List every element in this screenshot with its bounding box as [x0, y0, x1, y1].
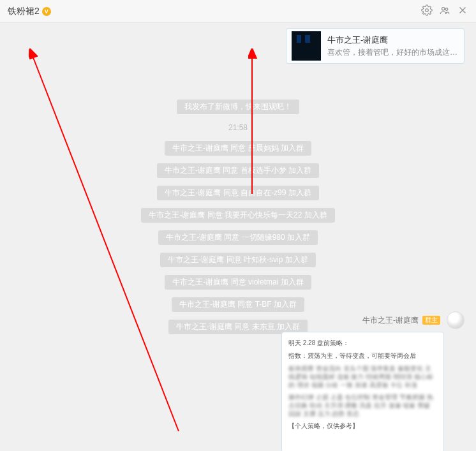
system-msg: 牛市之王-谢庭鹰 同意 violetmai 加入群 — [165, 275, 311, 290]
system-msg: 牛市之王-谢庭鹰 同意 首板选手小梦 加入群 — [157, 163, 319, 178]
card-text: 牛市之王-谢庭鹰 喜欢管，接着管吧，好好的市场成这样... — [327, 34, 459, 58]
chat-title-row: 铁粉裙2 V — [8, 6, 51, 17]
chat-title: 铁粉裙2 — [8, 6, 40, 17]
timestamp: 21:58 — [228, 123, 248, 132]
avatar[interactable] — [447, 311, 465, 329]
image-message-bubble[interactable]: 明天 2.28 盘前策略： 指数：震荡为主，等待变盘，可能要等两会后 板块观察 … — [281, 332, 444, 451]
chat-header: 铁粉裙2 V — [0, 0, 476, 23]
svg-point-2 — [445, 8, 448, 11]
system-msg: 牛市之王-谢庭鹰 同意 喆晨妈妈 加入群 — [165, 141, 311, 156]
doc-footer: 【个人策略，仅供参考】 — [288, 422, 437, 431]
card-thumbnail — [292, 31, 321, 61]
message-sender-row: 牛市之王-谢庭鹰 群主 — [362, 311, 465, 329]
doc-blurred-content: 操作纪律 止损 止盈 仓位控制 资金管理 节奏把握 热点切换 轮动 主升浪 调整… — [288, 393, 437, 418]
sender-name[interactable]: 牛市之王-谢庭鹰 — [362, 315, 419, 326]
verified-badge-icon: V — [42, 7, 51, 16]
svg-point-0 — [426, 9, 429, 12]
system-msg: 牛市之王-谢庭鹰 同意 一切随缘980 加入群 — [158, 230, 318, 245]
system-messages: 我发布了新微博，快来围观吧！ 21:58 牛市之王-谢庭鹰 同意 喆晨妈妈 加入… — [0, 100, 476, 334]
svg-point-1 — [442, 8, 445, 11]
shared-link-card[interactable]: 牛市之王-谢庭鹰 喜欢管，接着管吧，好好的市场成这样... — [286, 28, 465, 64]
close-icon[interactable] — [457, 4, 468, 18]
card-subtitle: 喜欢管，接着管吧，好好的市场成这样... — [327, 47, 459, 58]
owner-badge: 群主 — [422, 316, 440, 325]
gear-icon[interactable] — [421, 4, 433, 18]
banner-pill[interactable]: 我发布了新微博，快来围观吧！ — [177, 100, 299, 114]
system-msg: 牛市之王-谢庭鹰 同意 叶知秋-svip 加入群 — [160, 253, 315, 267]
card-title: 牛市之王-谢庭鹰 — [327, 34, 459, 46]
chat-content: 牛市之王-谢庭鹰 喜欢管，接着管吧，好好的市场成这样... 我发布了新微博，快来… — [0, 23, 476, 451]
doc-line: 明天 2.28 盘前策略： — [288, 339, 437, 348]
system-msg: 牛市之王-谢庭鹰 同意 我要开心快乐每一天22 加入群 — [141, 208, 334, 223]
doc-line: 指数：震荡为主，等待变盘，可能要等两会后 — [288, 351, 437, 360]
members-icon[interactable] — [439, 4, 450, 18]
header-actions — [421, 4, 468, 18]
system-msg: 牛市之王-谢庭鹰 同意 T-BF 加入群 — [172, 297, 304, 312]
system-msg: 牛市之王-谢庭鹰 同意 自由自在-z99 加入群 — [157, 186, 318, 200]
doc-blurred-content: 板块观察 资金流向 龙头个股 涨停复盘 量能变化 主线逻辑 短线题材 连板 接力… — [288, 364, 437, 389]
